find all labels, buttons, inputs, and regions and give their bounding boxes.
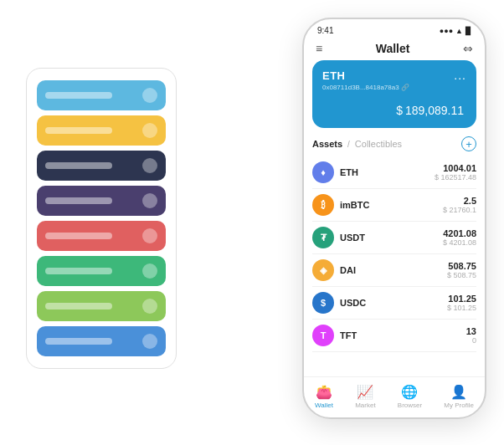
eth-card-symbol: ETH (322, 69, 346, 82)
tab-separator: / (347, 140, 350, 149)
asset-row[interactable]: ◈DAI508.75$ 508.75 (312, 254, 476, 287)
stack-card-label (45, 268, 112, 274)
stack-card-label (45, 197, 112, 204)
tab-assets[interactable]: Assets (312, 139, 342, 149)
asset-icon-eth: ♦ (312, 161, 334, 183)
asset-symbol: ETH (340, 167, 358, 177)
stack-card-icon (142, 193, 157, 208)
asset-amount: 1004.01 (435, 163, 476, 173)
asset-left: $USDC (312, 292, 366, 314)
asset-amount: 508.75 (447, 261, 476, 271)
asset-usd: $ 508.75 (447, 271, 476, 279)
phone-header: ≡ Wallet ⇔ (304, 38, 485, 60)
stack-card-label (45, 233, 112, 239)
stack-card[interactable] (37, 151, 166, 181)
asset-symbol: imBTC (340, 200, 369, 210)
asset-left: ♦ETH (312, 161, 358, 183)
signal-icon: ●●● (440, 27, 453, 35)
asset-amount: 13 (466, 326, 476, 336)
asset-left: TTFT (312, 325, 357, 346)
asset-right: 508.75$ 508.75 (447, 261, 476, 279)
asset-icon-usdc: $ (312, 292, 334, 314)
nav-label: Market (355, 402, 375, 409)
asset-left: ₮USDT (312, 227, 365, 248)
stack-card[interactable] (37, 186, 166, 216)
eth-card-balance: $189,089.11 (322, 98, 466, 120)
stack-card-label (45, 127, 112, 134)
nav-label: My Profile (444, 402, 474, 409)
asset-amount: 2.5 (443, 196, 476, 206)
status-time: 9:41 (317, 26, 333, 35)
asset-icon-dai: ◈ (312, 259, 334, 281)
asset-usd: $ 101.25 (447, 304, 476, 312)
page-title: Wallet (376, 42, 410, 55)
status-icons: ●●● ▲ ▉ (440, 27, 471, 35)
asset-amount: 101.25 (447, 294, 476, 304)
stack-card[interactable] (37, 256, 166, 286)
stack-card[interactable] (37, 291, 166, 321)
expand-icon[interactable]: ⇔ (463, 42, 473, 55)
phone-mockup: 9:41 ●●● ▲ ▉ ≡ Wallet ⇔ ETH ... 0x08711d (302, 18, 486, 419)
nav-label: Browser (398, 402, 422, 409)
scene: 9:41 ●●● ▲ ▉ ≡ Wallet ⇔ ETH ... 0x08711d (18, 18, 486, 427)
stack-card-icon (142, 228, 157, 243)
asset-icon-imbtc: ₿ (312, 194, 334, 216)
nav-icon-market: 📈 (357, 384, 373, 400)
wifi-icon: ▲ (455, 27, 463, 35)
stack-card-icon (142, 158, 157, 173)
asset-right: 2.5$ 21760.1 (443, 196, 476, 214)
stack-card[interactable] (37, 80, 166, 110)
asset-right: 1004.01$ 162517.48 (435, 163, 476, 182)
stack-card-icon (142, 123, 157, 138)
menu-icon[interactable]: ≡ (316, 42, 322, 55)
nav-label: Wallet (315, 402, 333, 409)
asset-amount: 4201.08 (443, 228, 476, 238)
asset-right: 4201.08$ 4201.08 (443, 228, 476, 247)
stack-card-icon (142, 299, 157, 314)
stack-card-label (45, 92, 112, 99)
phone-body: ETH ... 0x08711d3B...8418a78a3 🔗 $189,08… (304, 60, 485, 376)
tab-collectibles[interactable]: Collectibles (355, 139, 402, 149)
asset-list: ♦ETH1004.01$ 162517.48₿imBTC2.5$ 21760.1… (312, 156, 476, 376)
asset-symbol: TFT (340, 330, 357, 340)
stack-card[interactable] (37, 115, 166, 146)
asset-usd: $ 21760.1 (443, 206, 476, 214)
stack-card-label (45, 303, 112, 309)
bottom-nav: 👛Wallet📈Market🌐Browser👤My Profile (304, 376, 485, 417)
asset-row[interactable]: ♦ETH1004.01$ 162517.48 (312, 156, 476, 189)
asset-symbol: DAI (340, 265, 356, 275)
asset-right: 130 (466, 326, 476, 345)
stack-card[interactable] (37, 326, 166, 356)
asset-left: ◈DAI (312, 259, 356, 281)
asset-icon-usdt: ₮ (312, 227, 334, 248)
nav-icon-browser: 🌐 (401, 384, 418, 400)
nav-item-market[interactable]: 📈Market (355, 384, 375, 409)
battery-icon: ▉ (465, 27, 471, 35)
asset-right: 101.25$ 101.25 (447, 294, 476, 312)
stack-card-icon (142, 334, 157, 349)
asset-row[interactable]: TTFT130 (312, 320, 476, 352)
nav-item-browser[interactable]: 🌐Browser (398, 384, 422, 409)
stack-card-label (45, 338, 112, 345)
stack-card[interactable] (37, 221, 166, 251)
asset-usd: $ 4201.08 (443, 238, 476, 247)
assets-tabs: Assets / Collectibles + (312, 136, 476, 151)
eth-card-more-icon[interactable]: ... (454, 69, 466, 82)
eth-card-address: 0x08711d3B...8418a78a3 🔗 (322, 84, 466, 91)
asset-symbol: USDC (340, 298, 366, 308)
eth-wallet-card[interactable]: ETH ... 0x08711d3B...8418a78a3 🔗 $189,08… (312, 60, 476, 128)
asset-row[interactable]: $USDC101.25$ 101.25 (312, 287, 476, 320)
asset-usd: $ 162517.48 (435, 173, 476, 182)
stack-card-label (45, 162, 112, 169)
asset-usd: 0 (466, 336, 476, 345)
asset-row[interactable]: ₮USDT4201.08$ 4201.08 (312, 222, 476, 254)
asset-row[interactable]: ₿imBTC2.5$ 21760.1 (312, 189, 476, 222)
nav-icon-my-profile: 👤 (450, 384, 467, 400)
nav-item-wallet[interactable]: 👛Wallet (315, 384, 333, 409)
add-asset-button[interactable]: + (461, 136, 476, 151)
nav-item-my-profile[interactable]: 👤My Profile (444, 384, 474, 409)
status-bar: 9:41 ●●● ▲ ▉ (304, 19, 485, 38)
card-stack (26, 68, 177, 369)
stack-card-icon (142, 263, 157, 279)
stack-card-icon (142, 88, 157, 103)
